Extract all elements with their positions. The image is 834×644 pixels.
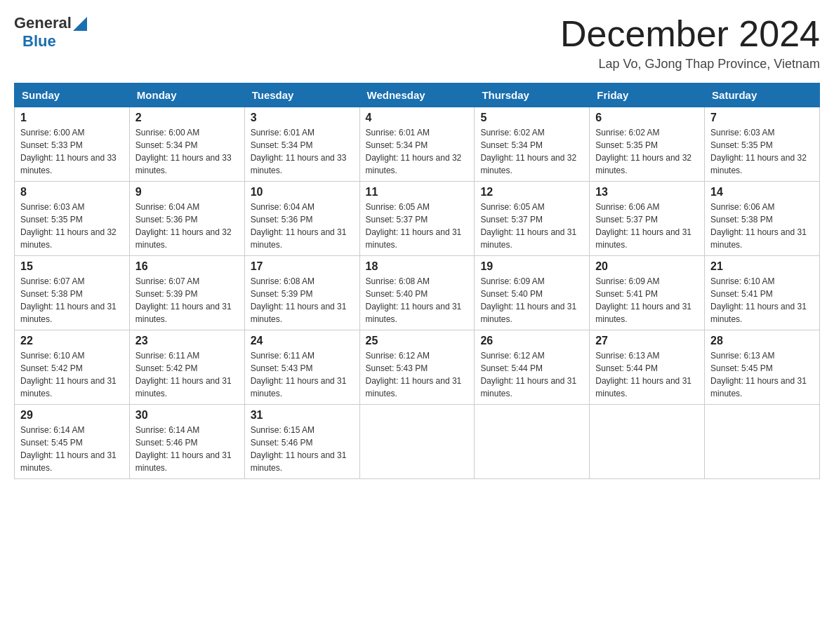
day-info: Sunrise: 6:05 AM Sunset: 5:37 PM Dayligh… <box>480 201 583 251</box>
day-number: 11 <box>366 186 469 199</box>
day-info: Sunrise: 6:04 AM Sunset: 5:36 PM Dayligh… <box>251 201 354 251</box>
day-number: 13 <box>595 186 699 199</box>
day-info: Sunrise: 6:14 AM Sunset: 5:45 PM Dayligh… <box>20 424 124 474</box>
calendar-cell <box>359 405 475 479</box>
calendar-cell: 29 Sunrise: 6:14 AM Sunset: 5:45 PM Dayl… <box>15 405 130 479</box>
calendar-cell: 23 Sunrise: 6:11 AM Sunset: 5:42 PM Dayl… <box>129 330 244 405</box>
day-info: Sunrise: 6:13 AM Sunset: 5:45 PM Dayligh… <box>710 349 814 400</box>
day-number: 12 <box>480 186 583 199</box>
day-number: 19 <box>480 260 583 273</box>
day-info: Sunrise: 6:00 AM Sunset: 5:33 PM Dayligh… <box>20 126 124 177</box>
day-number: 22 <box>20 335 124 347</box>
day-number: 17 <box>251 260 354 273</box>
day-info: Sunrise: 6:06 AM Sunset: 5:38 PM Dayligh… <box>710 201 814 251</box>
header-right: December 2024 Lap Vo, GJong Thap Provinc… <box>560 14 820 72</box>
day-info: Sunrise: 6:07 AM Sunset: 5:38 PM Dayligh… <box>20 275 124 326</box>
calendar-cell: 30 Sunrise: 6:14 AM Sunset: 5:46 PM Dayl… <box>129 405 244 479</box>
calendar-cell: 26 Sunrise: 6:12 AM Sunset: 5:44 PM Dayl… <box>475 330 590 405</box>
calendar-cell: 22 Sunrise: 6:10 AM Sunset: 5:42 PM Dayl… <box>15 330 130 405</box>
calendar-cell: 16 Sunrise: 6:07 AM Sunset: 5:39 PM Dayl… <box>129 256 244 330</box>
svg-marker-0 <box>73 17 87 31</box>
day-info: Sunrise: 6:11 AM Sunset: 5:43 PM Dayligh… <box>251 349 354 400</box>
day-number: 25 <box>366 335 469 347</box>
day-info: Sunrise: 6:01 AM Sunset: 5:34 PM Dayligh… <box>251 126 354 177</box>
day-info: Sunrise: 6:08 AM Sunset: 5:39 PM Dayligh… <box>251 275 354 326</box>
day-number: 2 <box>135 112 239 124</box>
calendar-cell <box>590 405 705 479</box>
day-info: Sunrise: 6:14 AM Sunset: 5:46 PM Dayligh… <box>135 424 239 474</box>
calendar-cell: 14 Sunrise: 6:06 AM Sunset: 5:38 PM Dayl… <box>705 182 820 256</box>
calendar-cell <box>475 405 590 479</box>
calendar-cell: 19 Sunrise: 6:09 AM Sunset: 5:40 PM Dayl… <box>475 256 590 330</box>
calendar-cell: 31 Sunrise: 6:15 AM Sunset: 5:46 PM Dayl… <box>244 405 359 479</box>
day-info: Sunrise: 6:12 AM Sunset: 5:44 PM Dayligh… <box>480 349 583 400</box>
calendar-cell: 20 Sunrise: 6:09 AM Sunset: 5:41 PM Dayl… <box>590 256 705 330</box>
logo: General Blue <box>14 14 87 51</box>
month-title: December 2024 <box>560 14 820 54</box>
day-info: Sunrise: 6:10 AM Sunset: 5:42 PM Dayligh… <box>20 349 124 400</box>
day-info: Sunrise: 6:06 AM Sunset: 5:37 PM Dayligh… <box>595 201 699 251</box>
day-info: Sunrise: 6:07 AM Sunset: 5:39 PM Dayligh… <box>135 275 239 326</box>
calendar-cell: 15 Sunrise: 6:07 AM Sunset: 5:38 PM Dayl… <box>15 256 130 330</box>
day-info: Sunrise: 6:04 AM Sunset: 5:36 PM Dayligh… <box>135 201 239 251</box>
calendar-cell: 28 Sunrise: 6:13 AM Sunset: 5:45 PM Dayl… <box>705 330 820 405</box>
header-friday: Friday <box>590 83 705 107</box>
logo-blue-text: Blue <box>22 32 56 51</box>
calendar-cell: 24 Sunrise: 6:11 AM Sunset: 5:43 PM Dayl… <box>244 330 359 405</box>
day-info: Sunrise: 6:00 AM Sunset: 5:34 PM Dayligh… <box>135 126 239 177</box>
calendar-table: SundayMondayTuesdayWednesdayThursdayFrid… <box>14 83 820 479</box>
day-number: 5 <box>480 112 583 124</box>
calendar-cell: 8 Sunrise: 6:03 AM Sunset: 5:35 PM Dayli… <box>15 182 130 256</box>
calendar-cell: 7 Sunrise: 6:03 AM Sunset: 5:35 PM Dayli… <box>705 107 820 182</box>
header-sunday: Sunday <box>15 83 130 107</box>
calendar-cell: 9 Sunrise: 6:04 AM Sunset: 5:36 PM Dayli… <box>129 182 244 256</box>
calendar-cell: 3 Sunrise: 6:01 AM Sunset: 5:34 PM Dayli… <box>244 107 359 182</box>
day-number: 1 <box>20 112 124 124</box>
day-info: Sunrise: 6:03 AM Sunset: 5:35 PM Dayligh… <box>20 201 124 251</box>
page-header: General Blue December 2024 Lap Vo, GJong… <box>14 14 820 72</box>
logo-general-text: General <box>14 14 72 32</box>
day-number: 15 <box>20 260 124 273</box>
calendar-cell: 17 Sunrise: 6:08 AM Sunset: 5:39 PM Dayl… <box>244 256 359 330</box>
calendar-cell: 27 Sunrise: 6:13 AM Sunset: 5:44 PM Dayl… <box>590 330 705 405</box>
day-info: Sunrise: 6:09 AM Sunset: 5:40 PM Dayligh… <box>480 275 583 326</box>
day-number: 10 <box>251 186 354 199</box>
day-number: 23 <box>135 335 239 347</box>
day-number: 20 <box>595 260 699 273</box>
header-thursday: Thursday <box>475 83 590 107</box>
calendar-cell: 18 Sunrise: 6:08 AM Sunset: 5:40 PM Dayl… <box>359 256 475 330</box>
day-info: Sunrise: 6:10 AM Sunset: 5:41 PM Dayligh… <box>710 275 814 326</box>
day-number: 30 <box>135 409 239 422</box>
day-info: Sunrise: 6:15 AM Sunset: 5:46 PM Dayligh… <box>251 424 354 474</box>
calendar-cell: 10 Sunrise: 6:04 AM Sunset: 5:36 PM Dayl… <box>244 182 359 256</box>
header-wednesday: Wednesday <box>359 83 475 107</box>
day-number: 6 <box>595 112 699 124</box>
day-info: Sunrise: 6:13 AM Sunset: 5:44 PM Dayligh… <box>595 349 699 400</box>
calendar-cell: 11 Sunrise: 6:05 AM Sunset: 5:37 PM Dayl… <box>359 182 475 256</box>
calendar-cell: 5 Sunrise: 6:02 AM Sunset: 5:34 PM Dayli… <box>475 107 590 182</box>
header-monday: Monday <box>129 83 244 107</box>
location-subtitle: Lap Vo, GJong Thap Province, Vietnam <box>560 57 820 72</box>
week-row-2: 8 Sunrise: 6:03 AM Sunset: 5:35 PM Dayli… <box>15 182 820 256</box>
day-info: Sunrise: 6:05 AM Sunset: 5:37 PM Dayligh… <box>366 201 469 251</box>
day-info: Sunrise: 6:03 AM Sunset: 5:35 PM Dayligh… <box>710 126 814 177</box>
day-number: 9 <box>135 186 239 199</box>
week-row-5: 29 Sunrise: 6:14 AM Sunset: 5:45 PM Dayl… <box>15 405 820 479</box>
day-number: 28 <box>710 335 814 347</box>
header-tuesday: Tuesday <box>244 83 359 107</box>
day-number: 18 <box>366 260 469 273</box>
day-number: 7 <box>710 112 814 124</box>
calendar-cell: 12 Sunrise: 6:05 AM Sunset: 5:37 PM Dayl… <box>475 182 590 256</box>
calendar-cell: 6 Sunrise: 6:02 AM Sunset: 5:35 PM Dayli… <box>590 107 705 182</box>
day-number: 24 <box>251 335 354 347</box>
calendar-cell: 21 Sunrise: 6:10 AM Sunset: 5:41 PM Dayl… <box>705 256 820 330</box>
day-number: 16 <box>135 260 239 273</box>
calendar-cell: 4 Sunrise: 6:01 AM Sunset: 5:34 PM Dayli… <box>359 107 475 182</box>
week-row-4: 22 Sunrise: 6:10 AM Sunset: 5:42 PM Dayl… <box>15 330 820 405</box>
calendar-cell <box>705 405 820 479</box>
day-number: 31 <box>251 409 354 422</box>
week-row-1: 1 Sunrise: 6:00 AM Sunset: 5:33 PM Dayli… <box>15 107 820 182</box>
calendar-header-row: SundayMondayTuesdayWednesdayThursdayFrid… <box>15 83 820 107</box>
calendar-cell: 13 Sunrise: 6:06 AM Sunset: 5:37 PM Dayl… <box>590 182 705 256</box>
day-info: Sunrise: 6:08 AM Sunset: 5:40 PM Dayligh… <box>366 275 469 326</box>
